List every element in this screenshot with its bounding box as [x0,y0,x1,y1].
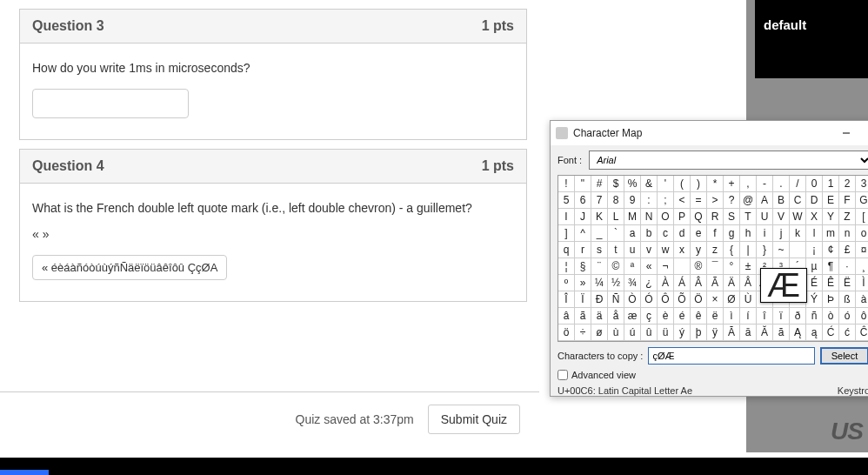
char-cell[interactable]: « [641,258,658,275]
char-cell[interactable]: ¯ [707,258,724,275]
char-cell[interactable]: , [740,176,757,192]
char-cell[interactable]: L [608,209,624,225]
char-cell[interactable]: c [658,225,674,242]
char-cell[interactable]: 2 [839,176,856,192]
char-cell[interactable]: k [790,225,806,242]
char-cell[interactable]: ð [790,308,806,324]
char-cell[interactable]: ? [724,192,740,209]
char-cell[interactable]: æ [624,308,641,324]
char-cell[interactable]: F [839,192,856,209]
char-cell[interactable]: & [641,176,658,192]
characters-to-copy-input[interactable] [648,347,815,365]
char-cell[interactable]: Ã [707,275,724,291]
char-cell[interactable]: t [608,242,624,258]
window-titlebar[interactable]: Character Map [551,121,868,145]
char-cell[interactable]: O [658,209,674,225]
char-cell[interactable]: þ [691,324,707,341]
char-cell[interactable]: ® [691,258,707,275]
char-cell[interactable]: ć [839,324,856,341]
char-cell[interactable]: À [658,275,674,291]
char-cell[interactable]: 0 [806,176,823,192]
char-cell[interactable]: i [757,225,773,242]
char-cell[interactable]: E [823,192,839,209]
char-cell[interactable]: B [773,192,790,209]
char-cell[interactable]: É [806,275,823,291]
char-cell[interactable]: £ [839,242,856,258]
char-cell[interactable]: ¡ [806,242,823,258]
char-cell[interactable]: u [624,242,641,258]
char-cell[interactable]: ª [624,258,641,275]
char-cell[interactable]: ¨ [591,258,608,275]
char-cell[interactable]: I [558,209,575,225]
char-cell[interactable]: ¾ [624,275,641,291]
char-cell[interactable]: » [575,275,591,291]
char-cell[interactable]: Ć [823,324,839,341]
char-cell[interactable]: { [724,242,740,258]
char-cell[interactable]: ) [691,176,707,192]
char-cell[interactable]: C [790,192,806,209]
char-cell[interactable]: ± [740,258,757,275]
char-cell[interactable]: } [757,242,773,258]
char-cell[interactable]: Ă [757,324,773,341]
char-cell[interactable]: ą [806,324,823,341]
char-cell[interactable]: â [558,308,575,324]
char-cell[interactable]: Ñ [608,291,624,308]
char-cell[interactable]: ] [558,225,575,242]
char-cell[interactable]: % [624,176,641,192]
char-cell[interactable]: ú [624,324,641,341]
char-cell[interactable]: Ą [790,324,806,341]
char-cell[interactable]: Ý [806,291,823,308]
advanced-view-checkbox[interactable] [558,370,568,380]
char-cell[interactable]: ^ [575,225,591,242]
char-cell[interactable]: í [740,308,757,324]
char-cell[interactable]: Å [740,275,757,291]
answer-choice[interactable]: « éèáàñóòúùýñÑäëïöüâêîôû ÇçØA [32,255,227,280]
char-cell[interactable]: < [674,192,691,209]
char-cell[interactable]: G [856,192,868,209]
char-cell[interactable]: Ø [724,291,740,308]
char-cell[interactable]: x [674,242,691,258]
default-thumbnail[interactable]: default [755,0,868,78]
char-cell[interactable]: h [740,225,757,242]
char-cell[interactable]: µ [806,258,823,275]
char-cell[interactable]: ó [839,308,856,324]
minimize-button[interactable] [831,123,862,144]
char-cell[interactable]: Ò [624,291,641,308]
char-cell[interactable]: ê [691,308,707,324]
char-cell[interactable]: Ì [856,275,868,291]
char-cell[interactable]: X [806,209,823,225]
char-cell[interactable]: § [575,258,591,275]
char-cell[interactable]: 7 [591,192,608,209]
char-cell[interactable]: $ [608,176,624,192]
char-cell[interactable]: ă [773,324,790,341]
char-cell[interactable]: Ĉ [856,324,868,341]
char-cell[interactable]: ! [558,176,575,192]
maximize-button[interactable] [862,123,868,144]
char-cell[interactable]: ; [658,192,674,209]
char-cell[interactable]: Á [674,275,691,291]
char-cell[interactable]: ¤ [856,242,868,258]
char-cell[interactable]: = [691,192,707,209]
char-cell[interactable]: ì [724,308,740,324]
char-cell[interactable]: ù [608,324,624,341]
char-cell[interactable]: " [575,176,591,192]
char-cell[interactable]: ( [674,176,691,192]
char-cell[interactable]: Ä [724,275,740,291]
char-cell[interactable]: S [724,209,740,225]
select-button[interactable]: Select [820,347,868,365]
char-cell[interactable]: [ [856,209,868,225]
char-cell[interactable]: 1 [823,176,839,192]
char-cell[interactable]: ø [591,324,608,341]
char-cell[interactable]: . [773,176,790,192]
char-cell[interactable]: © [608,258,624,275]
char-cell[interactable]: - [757,176,773,192]
char-cell[interactable]: b [641,225,658,242]
char-cell[interactable]: s [591,242,608,258]
char-cell[interactable]: 8 [608,192,624,209]
char-cell[interactable]: ñ [806,308,823,324]
char-cell[interactable]: ¿ [641,275,658,291]
char-cell[interactable]: J [575,209,591,225]
char-cell[interactable]: ¦ [558,258,575,275]
char-cell[interactable]: Q [691,209,707,225]
char-cell[interactable]: Ö [691,291,707,308]
